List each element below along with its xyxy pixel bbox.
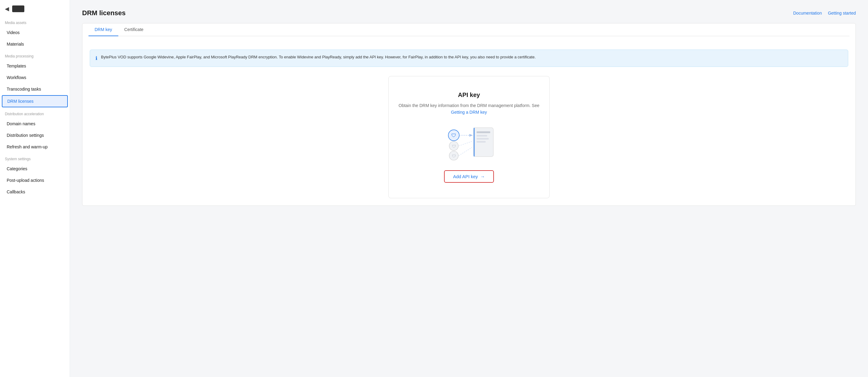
sidebar-item-refresh-warmup[interactable]: Refresh and warm-up — [2, 142, 68, 152]
content-area: DRM key Certificate ℹ BytePlus VOD suppo… — [82, 23, 856, 206]
sidebar-item-transcoding-tasks[interactable]: Transcoding tasks — [2, 84, 68, 95]
sidebar-section-media-processing: Media processing — [0, 50, 70, 60]
info-icon: ℹ — [95, 55, 97, 62]
api-key-card: API key Obtain the DRM key information f… — [389, 76, 550, 198]
tabs-bar: DRM key Certificate — [89, 23, 849, 36]
drm-illustration: 🛡 🛡 🛡 — [442, 125, 496, 161]
sidebar-item-templates[interactable]: Templates — [2, 61, 68, 71]
add-api-key-button[interactable]: Add API key → — [444, 170, 494, 183]
tab-drm-key[interactable]: DRM key — [89, 23, 118, 36]
card-desc-text-before: Obtain the DRM key information from the … — [399, 103, 539, 108]
back-arrow-icon[interactable]: ◀ — [5, 5, 9, 12]
sidebar: ◀ Media assets Videos Materials Media pr… — [0, 0, 70, 377]
documentation-link[interactable]: Documentation — [793, 11, 822, 15]
info-banner: ℹ BytePlus VOD supports Google Widevine,… — [90, 50, 848, 67]
sidebar-item-categories[interactable]: Categories — [2, 163, 68, 174]
sidebar-section-system-settings: System settings — [0, 153, 70, 163]
sidebar-item-domain-names[interactable]: Domain names — [2, 118, 68, 129]
getting-started-link[interactable]: Getting started — [828, 11, 856, 15]
sidebar-logo — [12, 5, 24, 12]
sidebar-section-media-assets: Media assets — [0, 17, 70, 27]
sidebar-item-videos[interactable]: Videos — [2, 27, 68, 38]
tab-certificate[interactable]: Certificate — [118, 23, 150, 36]
svg-line-14 — [459, 148, 472, 156]
svg-rect-3 — [476, 138, 489, 139]
content-body: ℹ BytePlus VOD supports Google Widevine,… — [83, 42, 856, 206]
svg-text:🛡: 🛡 — [451, 133, 456, 138]
main-content: DRM licenses Documentation Getting start… — [70, 0, 868, 377]
page-header: DRM licenses Documentation Getting start… — [82, 9, 856, 17]
add-api-key-label: Add API key — [453, 174, 478, 179]
sidebar-item-distribution-settings[interactable]: Distribution settings — [2, 130, 68, 141]
card-description: Obtain the DRM key information from the … — [398, 102, 540, 116]
tabs-wrapper: DRM key Certificate — [83, 23, 856, 36]
svg-text:🛡: 🛡 — [452, 154, 456, 158]
sidebar-item-workflows[interactable]: Workflows — [2, 72, 68, 83]
card-title: API key — [458, 92, 480, 98]
sidebar-header: ◀ — [0, 0, 70, 17]
svg-rect-4 — [476, 141, 486, 143]
sidebar-item-drm-licenses[interactable]: DRM licenses — [2, 95, 68, 107]
sidebar-item-post-upload[interactable]: Post-upload actions — [2, 175, 68, 186]
svg-rect-2 — [476, 135, 487, 136]
header-links: Documentation Getting started — [793, 11, 856, 15]
sidebar-item-materials[interactable]: Materials — [2, 39, 68, 50]
sidebar-section-distribution: Distribution acceleration — [0, 107, 70, 118]
svg-text:🛡: 🛡 — [452, 144, 456, 149]
sidebar-item-callbacks[interactable]: Callbacks — [2, 186, 68, 197]
svg-line-13 — [459, 142, 472, 146]
info-banner-text: BytePlus VOD supports Google Widevine, A… — [101, 54, 535, 61]
page-title: DRM licenses — [82, 9, 126, 17]
add-api-key-arrow: → — [480, 174, 485, 179]
svg-rect-1 — [476, 131, 490, 133]
svg-rect-5 — [473, 128, 475, 157]
getting-drm-key-link[interactable]: Getting a DRM key — [451, 110, 487, 115]
